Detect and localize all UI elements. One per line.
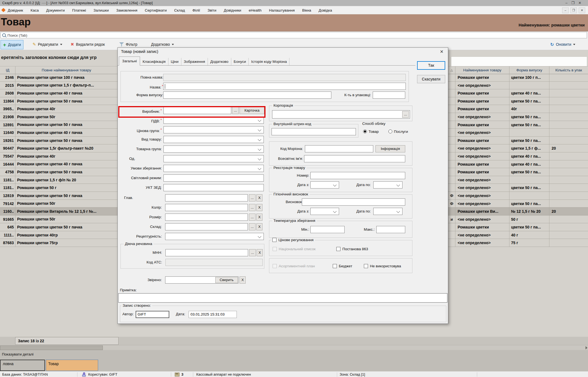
menu-item[interactable]: Філії [192,8,200,12]
tab-main[interactable]: ловна [0,360,45,371]
menu-item[interactable]: Налаштування [269,8,295,12]
search-input[interactable]: Поиск (Tab) [1,32,587,38]
table-row[interactable]: 2015Ромашки цветки цветки 1,5 г фильтр-п… [0,82,117,90]
mdi-close-icon[interactable]: ✕ [579,7,585,13]
column-header-name[interactable]: Найменування товару [455,66,509,74]
world-name-input[interactable] [304,155,405,162]
glav-input[interactable] [165,194,248,201]
dialog-close-icon[interactable]: ✕ [440,49,444,54]
dialog-tab[interactable]: Класифікація [140,58,168,66]
maximize-icon[interactable]: ❐ [571,1,578,5]
dialog-tab[interactable]: Зображення [181,58,208,66]
table-row[interactable]: 2346Ромашки цветки цветки 100 г пачка [0,74,117,82]
mnn-clear-button[interactable]: X [257,249,263,256]
verify-button[interactable]: Сверить [215,277,238,283]
refresh-button[interactable]: ↻ Оновити [548,40,578,49]
menu-item[interactable]: eHealth [249,8,262,12]
table-row[interactable]: Ромашки цветкицветки 50 г па... [448,223,588,231]
mnn-browse-button[interactable]: ... [249,249,256,256]
number-input[interactable] [310,172,405,179]
menu-item[interactable]: Вікна [302,8,311,12]
window-controls[interactable]: –❐✕ [565,0,585,6]
table-row[interactable]: Ромашки цветкицветки 50 г па... [448,168,588,176]
table-row[interactable]: 1181..Ромашки цветки 1,5 г ф/п № 20 [0,176,117,184]
table-row[interactable]: Ромашки цветкицветки 50 г па... [448,121,588,129]
table-row[interactable]: Ромашки цветкицветки 40 г па... [448,160,588,168]
price-group-select[interactable] [163,126,264,133]
decree-863-checkbox[interactable]: Постанова 863 [336,246,368,251]
morion-input[interactable] [305,145,373,152]
add-button[interactable]: + Додати [1,40,23,49]
table-row[interactable]: 91665Ромашки цветки 50г [0,216,117,223]
table-row[interactable]: Ромашки цветкицветки 50 г па... [448,97,588,105]
table-row[interactable]: 2608Ромашки цветки цветки 40 г пачка [0,89,117,97]
table-row[interactable]: Ромашки цветкицветки 50 г па... [448,137,588,145]
table-row[interactable]: 87683Ромашки цветки 75гр [0,239,117,247]
table-row[interactable]: 645Ромашки цветки цветки 50 г пачка [0,223,117,231]
menu-item[interactable]: Звіти [208,8,216,12]
size-browse-button[interactable]: ... [249,214,256,221]
size-input[interactable] [165,214,248,221]
hyg-date-to-select[interactable] [373,208,402,215]
column-header-id[interactable]: ІД [0,66,15,74]
table-row[interactable]: 12819Ромашки цветки цветки 50 г пачка [0,192,117,200]
color-browse-button[interactable]: ... [249,204,256,211]
warehouse-browse-button[interactable]: ... [249,223,256,230]
table-row[interactable]: 3965..Ромашки цветки 40г [0,105,117,113]
tab-tovar[interactable]: Товар [46,360,98,371]
table-row[interactable]: <не определено>цветки 1,5 г ф...20 [448,144,588,152]
dialog-tab[interactable]: Історія коду Моріона [249,58,289,66]
table-row[interactable]: <не определено>цветки 40 г па... [448,152,588,160]
ukt-zed-input[interactable] [163,184,264,191]
menu-item[interactable]: Сертифікати [145,8,167,12]
unit-select[interactable] [163,155,264,162]
conclusion-input[interactable] [302,198,405,206]
table-row[interactable]: <не определено>40 г [448,231,588,239]
dialog-tab[interactable]: Бонуси [231,58,249,66]
pack-qty-input[interactable] [373,91,405,99]
light-mode-input[interactable] [163,174,264,182]
table-row[interactable]: <не определено>75 г [448,239,588,247]
edit-button[interactable]: ✎ Редагувати [30,40,65,49]
not-used-checkbox[interactable]: Не використовува [364,263,401,268]
menu-item[interactable]: Платежі [72,8,86,12]
reg-date-to-select[interactable] [373,181,402,188]
menu-item[interactable]: Замовлення [116,8,137,12]
dialog-tab[interactable]: Ціни [168,58,181,66]
cancel-button[interactable]: Скасувати [417,75,445,83]
table-row[interactable]: Ф<не определено>цветки 50 г па... [448,200,588,208]
close-icon[interactable]: ✕ [578,1,585,5]
mdi-restore-icon[interactable]: ❐ [570,7,577,13]
info-button[interactable]: Інформація [375,145,405,152]
column-header-form[interactable]: Форма випуску [509,66,549,74]
table-row[interactable]: 11864Ромашки цветки цветки 50 г пачка [0,97,117,105]
table-row[interactable]: 90447Ромашки цветки 1,5г фильтр-пакет №2… [0,144,117,152]
column-header-qty[interactable]: Кількість в упак [549,66,588,74]
delete-row-button[interactable]: ✖ Видалити рядок [68,40,107,49]
mdi-minimize-icon[interactable]: – [562,7,569,13]
dialog-tab[interactable]: Додатково [208,58,231,66]
table-row[interactable]: Ромашки цветки40г [448,105,588,113]
show-details-toggle[interactable]: Показувати деталі [2,352,34,356]
max-input[interactable] [376,226,405,233]
radio-services[interactable]: Послуги [388,129,408,134]
warehouse-clear-button[interactable]: X [256,223,262,230]
note-input[interactable] [118,293,447,303]
table-row[interactable]: 1111..Ромашки цветки 40гр [0,231,117,239]
mnn-input[interactable] [165,249,248,256]
glav-browse-button[interactable]: ... [249,194,256,201]
table-row[interactable]: 21908Ромашки цветки 50г [0,113,117,121]
table-row[interactable]: <не определено> [448,129,588,137]
scroll-right-icon[interactable] [586,346,587,349]
warehouse-input[interactable] [165,223,248,230]
vat-select[interactable] [163,117,264,124]
table-row[interactable]: Ромашки цветкицветки 100 г п... [448,74,588,82]
menu-item[interactable]: Довідка [319,8,332,12]
table-row[interactable]: Ф<не определено> [448,192,588,200]
table-row[interactable]: Ромашки цветкицветки 40 г па... [448,89,588,97]
table-row[interactable]: 19261Ромашки цветки цветки 50 г пачка [0,137,117,145]
verified-input[interactable]: Сверить [165,276,238,284]
table-row[interactable]: 75547Ромашки цветки 40г [0,152,117,160]
table-row[interactable]: <не определено> [448,176,588,184]
menu-item[interactable]: Каса [31,8,39,12]
